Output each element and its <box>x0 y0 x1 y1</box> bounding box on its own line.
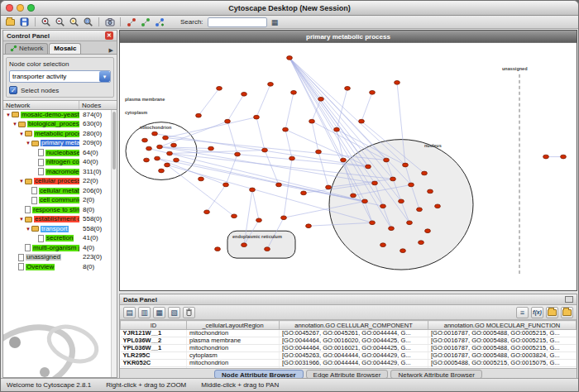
window-controls <box>6 4 35 12</box>
snapshot-icon[interactable] <box>103 17 116 28</box>
table-row[interactable]: YPL036W__2plasma membrane[GO:0044464, GO… <box>121 337 577 345</box>
tree-row[interactable]: ▼mosaic-demo-yeast874(0) <box>3 110 117 120</box>
select-attributes-icon[interactable]: ▤ <box>123 307 136 318</box>
network-view-title[interactable]: primary metabolic process <box>120 31 577 42</box>
cell-id: YKR052C <box>121 360 187 367</box>
zoom-selected-icon[interactable] <box>68 17 80 28</box>
tree-row[interactable]: ▼biological_process630(0) <box>3 120 117 130</box>
close-window-icon[interactable] <box>6 4 13 12</box>
zoom-window-icon[interactable] <box>27 4 35 12</box>
tree-row[interactable]: ▼cellular process22(0) <box>3 177 117 187</box>
select-nodes-row: ✓ Select nodes <box>9 86 111 94</box>
tree-label: primary metabolic process <box>41 140 79 146</box>
delete-attribute-icon[interactable] <box>183 307 195 318</box>
tree-label: Overview <box>26 264 55 270</box>
tree-row[interactable]: ▼nucleobase, nucleoside, nucleotide meta… <box>3 148 117 158</box>
expand-triangle-icon[interactable]: ▼ <box>5 112 12 117</box>
zoom-in-icon[interactable] <box>40 17 52 28</box>
attribute-formula-icon[interactable]: ▧ <box>168 307 180 318</box>
attribute-table[interactable]: ID_cellularLayoutRegionannotation.GO CEL… <box>120 320 577 368</box>
new-network-from-selection-icon[interactable] <box>153 17 165 28</box>
menu-icon[interactable]: ≡ <box>516 307 529 318</box>
page-icon <box>31 187 37 194</box>
cell-id: YPL036W__1 <box>121 345 187 352</box>
tree-column-nodes[interactable]: Nodes <box>79 102 117 109</box>
column-header[interactable]: annotation.GO CELLULAR_COMPONENT <box>280 321 428 330</box>
color-attribute-select[interactable]: transporter activity ▼ <box>9 70 111 83</box>
tab-node-attribute-browser[interactable]: Node Attribute Browser <box>214 370 304 379</box>
svg-text:cytoplasm: cytoplasm <box>125 110 147 115</box>
network-canvas[interactable]: plasma membranecytoplasmmitochondrionnuc… <box>120 42 577 290</box>
cell-cellular: [GO:0044464, GO:0016020, GO:0044425, G..… <box>280 337 428 345</box>
import-attributes-icon[interactable] <box>546 307 558 318</box>
expand-triangle-icon[interactable]: ▼ <box>18 131 25 136</box>
status-zoom-hint: Right-click + drag to ZOOM <box>106 381 186 389</box>
status-bar: Welcome to Cytoscape 2.8.1 Right-click +… <box>1 378 578 391</box>
table-row[interactable]: YJR121W__1mitochondrion[GO:0045267, GO:0… <box>121 330 577 337</box>
folder-icon <box>18 122 26 127</box>
tree-label: transport <box>41 226 69 232</box>
scrollbar-thumb[interactable] <box>112 112 116 170</box>
close-panel-icon[interactable]: ✕ <box>105 31 113 40</box>
svg-text:mitochondrion: mitochondrion <box>140 125 172 130</box>
column-header[interactable]: ID <box>121 321 187 330</box>
tree-row[interactable]: ▼metabolic process280(0) <box>3 129 117 139</box>
tree-label: biological_process <box>27 121 79 127</box>
tree-row[interactable]: ▼macromolecule metabolic311(0) <box>3 167 117 177</box>
minimize-window-icon[interactable] <box>17 4 24 12</box>
function-builder-icon[interactable]: f(x) <box>531 307 543 318</box>
tree-row[interactable]: ▼multi-organism process4(0) <box>3 243 117 253</box>
window-titlebar[interactable]: Cytoscape Desktop (New Session) <box>1 1 578 16</box>
tree-label: mosaic-demo-yeast <box>21 112 79 118</box>
tree-row[interactable]: ▼transport558(0) <box>3 224 117 234</box>
tree-column-network[interactable]: Network <box>3 101 79 109</box>
tree-row[interactable]: ▼establishment of localization558(0) <box>3 215 117 225</box>
tree-row[interactable]: ▼nitrogen compound metabolic40(0) <box>3 158 117 168</box>
tab-network-attribute-browser[interactable]: Network Attribute Browser <box>390 370 481 379</box>
export-attributes-icon[interactable] <box>561 307 573 318</box>
open-session-icon[interactable] <box>4 17 17 28</box>
column-header[interactable]: _cellularLayoutRegion <box>187 321 280 330</box>
table-row[interactable]: YPL036W__1mitochondrion[GO:0044464, GO:0… <box>121 345 577 352</box>
attribute-grid-icon[interactable]: ▦ <box>269 17 281 28</box>
zoom-fit-icon[interactable] <box>82 17 94 28</box>
show-all-nodes-icon[interactable] <box>139 17 151 28</box>
toolbar-separator <box>35 17 36 26</box>
expand-triangle-icon[interactable]: ▼ <box>25 227 31 232</box>
tree-scrollbar[interactable] <box>111 110 117 377</box>
folder-icon <box>31 141 39 146</box>
tab-edge-attribute-browser[interactable]: Edge Attribute Browser <box>306 370 389 379</box>
save-session-icon[interactable] <box>18 17 31 28</box>
table-row[interactable]: YLR295Ccytoplasm[GO:0045263, GO:0044444,… <box>121 352 577 360</box>
tab-network[interactable]: Network <box>5 43 48 54</box>
tree-row[interactable]: ▼unassigned223(0) <box>3 253 117 263</box>
expand-triangle-icon[interactable]: ▼ <box>12 122 18 127</box>
cytoscape-logo-watermark <box>3 308 101 377</box>
control-panel: Control Panel ✕ Network Mosaic ▶ Node co… <box>2 30 117 378</box>
tab-mosaic[interactable]: Mosaic <box>49 43 81 54</box>
expand-triangle-icon[interactable]: ▼ <box>18 217 25 222</box>
create-attribute-icon[interactable]: ▦ <box>153 307 165 318</box>
search-input[interactable] <box>208 17 267 27</box>
column-header[interactable]: annotation.GO MOLECULAR_FUNCTION <box>428 321 577 330</box>
tree-row[interactable]: ▼Overview8(0) <box>3 262 117 272</box>
attribute-browser-toolbar: ▤ ▥ ▦ ▧ ≡ f(x) <box>120 305 577 320</box>
tree-row[interactable]: ▼response to stimulus8(0) <box>3 205 117 215</box>
unselect-attributes-icon[interactable]: ▥ <box>138 307 151 318</box>
tree-row[interactable]: ▼secretion41(0) <box>3 234 117 244</box>
float-panel-icon[interactable] <box>565 296 573 303</box>
expand-triangle-icon[interactable]: ▼ <box>25 141 31 146</box>
tree-row[interactable]: ▼primary metabolic process209(0) <box>3 139 117 149</box>
tree-label: cell communication <box>39 197 79 203</box>
select-nodes-checkbox[interactable]: ✓ <box>9 86 17 94</box>
expand-triangle-icon[interactable]: ▼ <box>18 179 25 184</box>
tree-label: secretion <box>45 235 74 241</box>
cell-molecular: [GO:0016787, GO:0005488, GO:0005215, G..… <box>428 337 577 345</box>
tab-scroll-right-icon[interactable]: ▶ <box>109 47 115 54</box>
cell-region: mitochondrion <box>187 345 280 352</box>
zoom-out-icon[interactable] <box>54 17 66 28</box>
tree-row[interactable]: ▼cell communication2(0) <box>3 196 117 206</box>
tree-row[interactable]: ▼cellular metabolic process206(0) <box>3 186 117 196</box>
hide-selected-nodes-icon[interactable] <box>125 17 137 28</box>
table-row[interactable]: YKR052Cmitochondrion[GO:0031966, GO:0044… <box>121 360 577 367</box>
